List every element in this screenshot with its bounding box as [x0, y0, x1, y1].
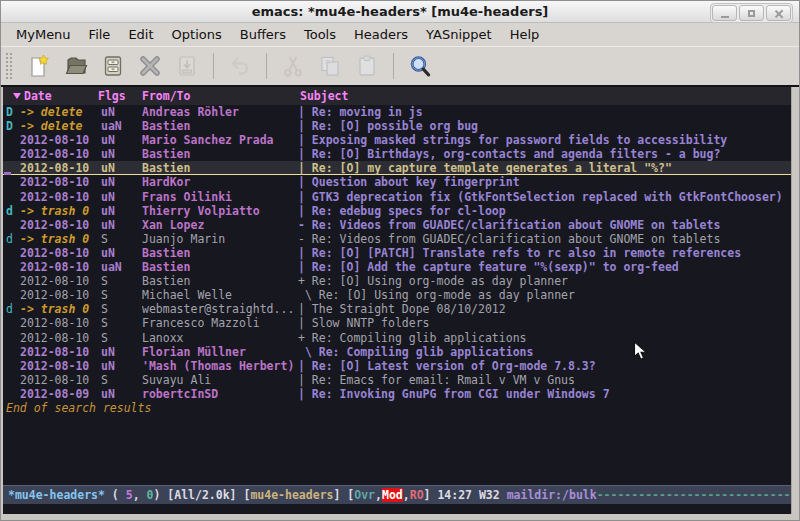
- date-cell: -> trash 0: [20, 204, 89, 218]
- subject-cell: | Re: [O] Birthdays, org-contacts and ag…: [298, 147, 791, 161]
- flags-cell: uN: [101, 161, 115, 175]
- mark-cell: D: [6, 105, 13, 119]
- subject-cell: - Re: Videos from GUADEC/clarification a…: [298, 232, 791, 246]
- toolbar-separator: [213, 53, 214, 79]
- from-cell: Frans Oilinki: [142, 190, 296, 204]
- date-cell: 2012-08-10: [20, 218, 89, 232]
- message-row[interactable]: 2012-08-10 uN Bastien | Re: [O] [PATCH] …: [3, 246, 791, 260]
- message-row[interactable]: 2012-08-10 uN HardKor | Question about k…: [3, 175, 791, 189]
- message-row[interactable]: D -> delete uaN Bastien | Re: [O] possib…: [3, 119, 791, 133]
- message-row[interactable]: 2012-08-09 uN robertcInSD | Re: Invoking…: [3, 387, 791, 401]
- subject-cell: | Slow NNTP folders: [298, 316, 791, 330]
- message-row[interactable]: d -> trash 0 S Juanjo Marin - Re: Videos…: [3, 232, 791, 246]
- mark-cell: d: [6, 204, 13, 218]
- header-line: Date Flgs From/To Subject: [3, 87, 791, 105]
- modeline: *mu4e-headers* ( 5, 0) [All/2.0k] [mu4e-…: [3, 485, 791, 504]
- column-header-date[interactable]: Date: [24, 87, 52, 105]
- date-cell: 2012-08-10: [20, 175, 89, 189]
- titlebar[interactable]: emacs: *mu4e-headers* [mu4e-headers]: [1, 1, 799, 23]
- subject-cell: | Re: [O] Add the capture feature "%(sex…: [298, 260, 791, 274]
- modeline-segment-plain: ] [: [333, 488, 354, 502]
- minimize-button[interactable]: [712, 5, 737, 21]
- end-of-results: End of search results: [3, 401, 791, 415]
- from-cell: 'Mash (Thomas Herbert): [142, 359, 296, 373]
- new-file-icon[interactable]: [26, 53, 52, 79]
- menu-edit[interactable]: Edit: [119, 24, 162, 45]
- modeline-segment-plain: ,: [375, 488, 382, 502]
- modeline-segment-plain: ) [All/2.0k] [: [153, 488, 250, 502]
- from-cell: Suvayu Ali: [142, 373, 296, 387]
- maximize-icon: [748, 10, 755, 17]
- message-row[interactable]: 2012-08-10 uN Xan Lopez - Re: Videos fro…: [3, 218, 791, 232]
- message-row[interactable]: 2012-08-10 uN Bastien | Re: [O] Birthday…: [3, 147, 791, 161]
- subject-cell: | Re: Invoking GnuPG from CGI under Wind…: [298, 387, 791, 401]
- menu-help[interactable]: Help: [501, 24, 549, 45]
- menu-mymenu[interactable]: MyMenu: [7, 24, 80, 45]
- flags-cell: uN: [101, 387, 115, 401]
- menu-buffers[interactable]: Buffers: [231, 24, 295, 45]
- message-row[interactable]: 2012-08-10 uN Florian Müllner \ Re: Comp…: [3, 345, 791, 359]
- menu-options[interactable]: Options: [163, 24, 231, 45]
- emacs-window: emacs: *mu4e-headers* [mu4e-headers] MyM…: [0, 0, 800, 521]
- modeline-segment-dashes: --------------------------------: [597, 488, 791, 502]
- close-buffer-icon[interactable]: [137, 53, 163, 79]
- message-row[interactable]: 2012-08-10 S Francesco Mazzoli | Slow NN…: [3, 316, 791, 330]
- subject-cell: | Re: Emacs for email: Rmail v VM v Gnus: [298, 373, 791, 387]
- message-row[interactable]: D -> delete uN Andreas Röhler | Re: movi…: [3, 105, 791, 119]
- column-header-from[interactable]: From/To: [142, 87, 190, 105]
- modeline-segment-plain: ,: [133, 488, 147, 502]
- window-title: emacs: *mu4e-headers* [mu4e-headers]: [1, 4, 799, 19]
- message-row[interactable]: 2012-08-10 uN Mario Sanchez Prada | Expo…: [3, 133, 791, 147]
- message-row[interactable]: d -> trash 0 uN Thierry Volpiatto | Re: …: [3, 204, 791, 218]
- modeline-segment-mod: Mod: [382, 488, 403, 502]
- flags-cell: uN: [101, 218, 115, 232]
- date-cell: 2012-08-10: [20, 316, 89, 330]
- message-row[interactable]: 2012-08-10 uaN Bastien | Re: [O] Add the…: [3, 260, 791, 274]
- mark-cell: d: [6, 232, 13, 246]
- modeline-segment-num-violet: 5: [126, 488, 133, 502]
- message-row[interactable]: 2012-08-10 uN 'Mash (Thomas Herbert) | R…: [3, 359, 791, 373]
- mark-cell: D: [6, 119, 13, 133]
- cut-icon: [280, 53, 306, 79]
- minimize-icon: [721, 16, 729, 18]
- subject-cell: | GTK3 deprecation fix (GtkFontSelection…: [298, 190, 791, 204]
- menu-yasnippet[interactable]: YASnippet: [417, 24, 501, 45]
- save-icon[interactable]: [100, 53, 126, 79]
- modeline-segment-plain: ,: [403, 488, 410, 502]
- scrollbar[interactable]: [791, 87, 799, 520]
- search-icon[interactable]: [407, 53, 433, 79]
- message-row[interactable]: 2012-08-10 S Suvayu Ali | Re: Emacs for …: [3, 373, 791, 387]
- modeline-segment-mode: mu4e-headers: [250, 488, 333, 502]
- column-header-flags[interactable]: Flgs: [98, 87, 126, 105]
- message-row[interactable]: 2012-08-10 uN Frans Oilinki | GTK3 depre…: [3, 190, 791, 204]
- flags-cell: S: [101, 288, 108, 302]
- maximize-button[interactable]: [739, 5, 764, 21]
- from-cell: Florian Müllner: [142, 345, 296, 359]
- menu-file[interactable]: File: [80, 24, 120, 45]
- menu-headers[interactable]: Headers: [345, 24, 417, 45]
- save-as-icon: [174, 53, 200, 79]
- message-row[interactable]: 2012-08-10 S Bastien + Re: [O] Using org…: [3, 274, 791, 288]
- menubar: MyMenuFileEditOptionsBuffersToolsHeaders…: [1, 23, 799, 46]
- open-folder-icon[interactable]: [63, 53, 89, 79]
- from-cell: Mario Sanchez Prada: [142, 133, 296, 147]
- toolbar-grip-handle[interactable]: [5, 52, 13, 80]
- date-cell: 2012-08-10: [20, 133, 89, 147]
- toolbar-separator: [393, 53, 394, 79]
- echo-area[interactable]: [3, 504, 791, 514]
- from-cell: Bastien: [142, 119, 296, 133]
- close-button[interactable]: [766, 5, 791, 21]
- message-row[interactable]: 2012-08-10 uN Bastien | Re: [O] my captu…: [3, 161, 791, 175]
- close-icon: [774, 9, 783, 18]
- subject-cell: | The Straight Dope 08/10/2012: [298, 302, 791, 316]
- subject-cell: + Re: [O] Using org-mode as day planner: [298, 274, 791, 288]
- message-row[interactable]: 2012-08-10 S Lanoxx + Re: Compiling glib…: [3, 331, 791, 345]
- column-header-subject[interactable]: Subject: [300, 87, 348, 105]
- menu-tools[interactable]: Tools: [295, 24, 345, 45]
- toolbar: [1, 46, 799, 85]
- flags-cell: uaN: [101, 119, 122, 133]
- message-row[interactable]: 2012-08-10 S Michael Welle \ Re: [O] Usi…: [3, 288, 791, 302]
- message-row[interactable]: d -> trash 0 S webmaster@straightd... | …: [3, 302, 791, 316]
- date-cell: 2012-08-10: [20, 331, 89, 345]
- from-cell: Xan Lopez: [142, 218, 296, 232]
